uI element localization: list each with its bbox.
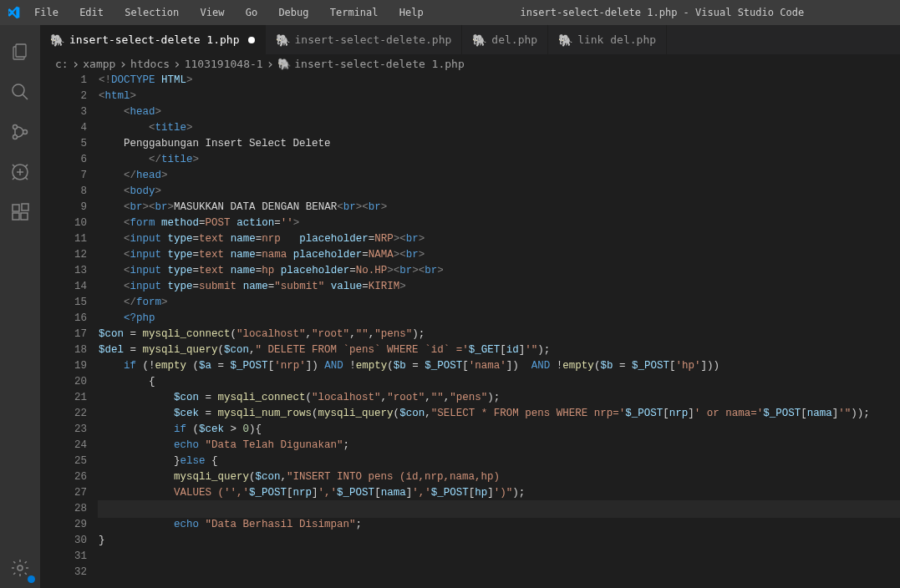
- php-icon: 🐘: [50, 33, 64, 47]
- window-title: insert-select-delete 1.php - Visual Stud…: [431, 7, 893, 18]
- editor-group: 🐘 insert-select-delete 1.php 🐘 insert-se…: [40, 25, 900, 588]
- dirty-indicator-icon: [248, 37, 255, 43]
- svg-rect-9: [21, 213, 28, 220]
- tab-del[interactable]: 🐘 del.php: [462, 25, 548, 54]
- svg-point-1: [13, 84, 24, 96]
- menu-edit[interactable]: Edit: [72, 7, 111, 18]
- svg-point-3: [13, 125, 18, 129]
- php-icon: 🐘: [277, 58, 291, 70]
- svg-line-2: [23, 94, 28, 99]
- breadcrumb-item[interactable]: 1103191048-1: [185, 58, 263, 70]
- breadcrumb-item[interactable]: insert-select-delete 1.php: [294, 58, 465, 70]
- menu-go[interactable]: Go: [238, 7, 265, 18]
- tab-bar: 🐘 insert-select-delete 1.php 🐘 insert-se…: [40, 25, 900, 54]
- svg-rect-8: [13, 213, 19, 220]
- php-icon: 🐘: [472, 33, 486, 47]
- tab-label: link del.php: [577, 33, 656, 46]
- svg-point-11: [18, 565, 23, 570]
- activity-bar: [0, 25, 40, 588]
- menu-selection[interactable]: Selection: [117, 7, 186, 18]
- chevron-right-icon: ›: [72, 56, 80, 72]
- line-numbers: 1234567891011121314151617181920212223242…: [40, 73, 99, 588]
- debug-icon[interactable]: [0, 152, 40, 192]
- svg-rect-10: [22, 204, 28, 210]
- tab-label: insert-select-delete.php: [295, 33, 452, 46]
- breadcrumb-item[interactable]: htdocs: [130, 58, 170, 70]
- breadcrumb-item[interactable]: xampp: [83, 58, 115, 70]
- search-icon[interactable]: [0, 72, 40, 112]
- php-icon: 🐘: [558, 33, 572, 47]
- menu-terminal[interactable]: Terminal: [323, 7, 386, 18]
- tab-insert-select-delete-1[interactable]: 🐘 insert-select-delete 1.php: [40, 25, 266, 54]
- svg-rect-7: [13, 205, 19, 211]
- editor-content[interactable]: <!DOCTYPE HTML><html> <head> <title> Pen…: [99, 73, 900, 588]
- menu-file[interactable]: File: [27, 7, 66, 18]
- explorer-icon[interactable]: [0, 32, 40, 72]
- svg-rect-0: [16, 44, 26, 57]
- breadcrumb[interactable]: c:› xampp› htdocs› 1103191048-1› 🐘 inser…: [40, 54, 900, 73]
- menu-debug[interactable]: Debug: [271, 7, 316, 18]
- chevron-right-icon: ›: [267, 56, 275, 72]
- settings-icon[interactable]: [0, 548, 40, 588]
- php-icon: 🐘: [276, 33, 290, 47]
- tab-insert-select-delete[interactable]: 🐘 insert-select-delete.php: [266, 25, 463, 54]
- chevron-right-icon: ›: [119, 56, 127, 72]
- tab-label: insert-select-delete 1.php: [69, 33, 240, 46]
- menu-bar: File Edit Selection View Go Debug Termin…: [27, 7, 431, 18]
- tab-label: del.php: [491, 33, 537, 46]
- vscode-logo-icon: [7, 6, 20, 19]
- breadcrumb-item[interactable]: c:: [55, 58, 69, 70]
- menu-help[interactable]: Help: [392, 7, 431, 18]
- tab-link-del[interactable]: 🐘 link del.php: [548, 25, 667, 54]
- editor[interactable]: 1234567891011121314151617181920212223242…: [40, 73, 900, 588]
- svg-point-4: [13, 135, 18, 139]
- extensions-icon[interactable]: [0, 192, 40, 232]
- title-bar: File Edit Selection View Go Debug Termin…: [0, 0, 900, 25]
- chevron-right-icon: ›: [173, 56, 181, 72]
- menu-view[interactable]: View: [193, 7, 232, 18]
- svg-point-5: [23, 130, 28, 134]
- source-control-icon[interactable]: [0, 112, 40, 152]
